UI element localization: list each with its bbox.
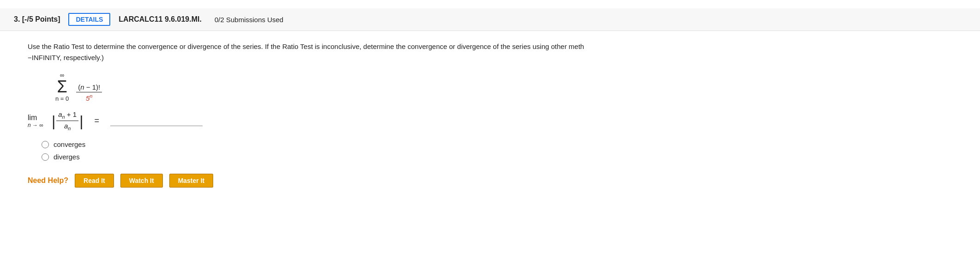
series-fraction: (n − 1)! 5n [76, 83, 102, 102]
watch-it-button[interactable]: Watch It [120, 174, 163, 188]
equals-sign: = [94, 116, 99, 126]
sigma-lower: n = 0 [55, 95, 69, 102]
converges-radio[interactable] [42, 141, 49, 148]
series-denominator: 5n [84, 92, 94, 102]
diverges-radio[interactable] [42, 153, 49, 161]
content-area: Use the Ratio Test to determine the conv… [0, 31, 980, 199]
problem-id: LARCALC11 9.6.019.MI. [119, 15, 202, 24]
limit-row: lim n → ∞ | an + 1 an | = [28, 110, 952, 131]
page-container: 3. [-/5 Points] DETAILS LARCALC11 9.6.01… [0, 0, 980, 267]
series-formula: ∞ Σ n = 0 (n − 1)! 5n [55, 72, 952, 102]
series-numerator: (n − 1)! [76, 83, 102, 92]
master-it-button[interactable]: Master It [169, 174, 214, 188]
limit-numerator: an + 1 [56, 110, 78, 121]
sigma-block: ∞ Σ n = 0 [55, 72, 69, 102]
lim-block: lim n → ∞ [28, 114, 43, 128]
radio-item-diverges: diverges [42, 153, 952, 161]
lim-subscript: n → ∞ [28, 122, 43, 128]
description-text-2: −INFINITY, respectively.) [28, 54, 104, 61]
read-it-button[interactable]: Read It [75, 174, 114, 188]
limit-denominator: an [62, 121, 72, 131]
abs-fraction-block: | an + 1 an | [52, 110, 84, 131]
header-row: 3. [-/5 Points] DETAILS LARCALC11 9.6.01… [0, 8, 980, 31]
sigma-symbol: Σ [57, 79, 67, 95]
details-button[interactable]: DETAILS [68, 13, 110, 26]
radio-group: converges diverges [42, 140, 952, 161]
description-text-1: Use the Ratio Test to determine the conv… [28, 42, 584, 50]
converges-label: converges [54, 140, 85, 148]
radio-item-converges: converges [42, 140, 952, 148]
lim-word: lim [28, 114, 37, 122]
limit-answer-input[interactable] [110, 116, 203, 126]
limit-fraction: an + 1 an [56, 110, 78, 131]
help-row: Need Help? Read It Watch It Master It [28, 174, 952, 188]
submissions-used: 0/2 Submissions Used [215, 16, 283, 24]
need-help-label: Need Help? [28, 176, 68, 185]
points-label: 3. [-/5 Points] [14, 15, 60, 24]
problem-description: Use the Ratio Test to determine the conv… [28, 41, 952, 63]
abs-bar-left: | [52, 114, 55, 128]
abs-bar-right: | [79, 114, 83, 128]
diverges-label: diverges [54, 153, 80, 161]
